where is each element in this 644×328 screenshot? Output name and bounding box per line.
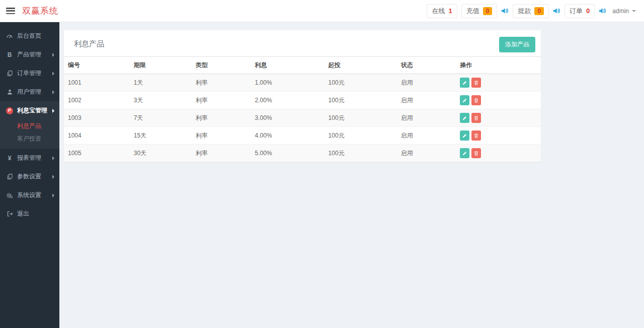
- col-header-min: 起投: [325, 57, 397, 74]
- orders-count: 0: [586, 7, 590, 15]
- delete-button[interactable]: [471, 78, 481, 88]
- delete-button[interactable]: [471, 95, 481, 105]
- table-row: 1001 1天 利率 1.00% 100元 启用: [64, 74, 541, 92]
- sidebar-item-label: 系统设置: [17, 191, 41, 200]
- admin-dropdown[interactable]: admin: [610, 6, 638, 17]
- col-header-interest: 利息: [251, 57, 325, 74]
- sidebar-item-users[interactable]: 用户管理: [0, 83, 59, 101]
- chevron-right-icon: [52, 109, 54, 113]
- recharge-label: 充值: [466, 7, 479, 16]
- withdraw-label: 提款: [518, 7, 531, 16]
- sidebar-item-dashboard[interactable]: 后台首页: [0, 27, 59, 45]
- chevron-right-icon: [52, 175, 54, 179]
- col-header-status: 状态: [397, 57, 456, 74]
- menu-toggle-icon[interactable]: [6, 8, 15, 14]
- sidebar-item-label: 利息宝管理: [17, 106, 47, 115]
- gears-icon: [6, 192, 14, 199]
- sidebar-item-label: 报表管理: [17, 154, 41, 162]
- sidebar-item-orders[interactable]: 订单管理: [0, 64, 59, 83]
- admin-username: admin: [612, 8, 629, 15]
- chevron-right-icon: [52, 193, 54, 198]
- withdraw-count-badge: 0: [534, 7, 544, 15]
- col-header-term: 期限: [130, 57, 192, 74]
- bitcoin-icon: B: [6, 51, 14, 58]
- recharge-count-badge: 0: [483, 7, 493, 15]
- sidebar-item-label: 退出: [17, 210, 29, 218]
- sidebar-item-params[interactable]: 参数设置: [0, 167, 59, 186]
- header-stats: 在线 1 充值 0 提款 0 订单 0 admin: [427, 4, 638, 18]
- main-content: 利息产品 添加产品 编号 期限 类型 利息 起投 状态 操作: [59, 22, 644, 328]
- sidebar-item-label: 用户管理: [17, 88, 41, 96]
- online-label: 在线: [432, 7, 445, 16]
- withdraw-speaker-icon[interactable]: [553, 7, 560, 15]
- top-header: 双赢系统 在线 1 充值 0 提款 0 订单 0 admin: [0, 0, 644, 22]
- col-header-type: 类型: [192, 57, 251, 74]
- app-logo[interactable]: 双赢系统: [22, 5, 58, 17]
- interest-icon: P: [6, 107, 14, 114]
- yen-icon: ¥: [6, 155, 14, 162]
- online-stat[interactable]: 在线 1: [427, 4, 457, 18]
- table-row: 1003 7天 利率 3.00% 100元 启用: [64, 109, 541, 127]
- page-title: 利息产品: [74, 39, 104, 48]
- chevron-right-icon: [52, 72, 54, 76]
- products-table: 编号 期限 类型 利息 起投 状态 操作 1001 1天 利率 1.00% 10…: [64, 56, 541, 162]
- sidebar-item-reports[interactable]: ¥ 报表管理: [0, 149, 59, 167]
- sidebar-item-products[interactable]: B 产品管理: [0, 45, 59, 64]
- edit-button[interactable]: [460, 113, 469, 123]
- sidebar-nav: 后台首页 B 产品管理 订单管理 用户管理 P 利息宝管理 利息产品: [0, 22, 59, 328]
- logout-icon: [6, 211, 14, 217]
- sidebar-subitem-customer-invest[interactable]: 客户投资: [0, 133, 59, 145]
- withdraw-stat[interactable]: 提款 0: [513, 4, 549, 18]
- table-row: 1002 3天 利率 2.00% 100元 启用: [64, 92, 541, 109]
- col-header-actions: 操作: [456, 57, 541, 74]
- chevron-down-icon: [632, 10, 636, 12]
- sidebar-item-label: 订单管理: [17, 69, 41, 78]
- orders-speaker-icon[interactable]: [599, 7, 606, 15]
- sidebar-item-system[interactable]: 系统设置: [0, 186, 59, 205]
- sidebar-item-label: 参数设置: [17, 172, 41, 181]
- table-header-row: 编号 期限 类型 利息 起投 状态 操作: [64, 57, 541, 74]
- chevron-right-icon: [52, 53, 54, 57]
- sidebar-item-logout[interactable]: 退出: [0, 205, 59, 223]
- add-product-button[interactable]: 添加产品: [499, 37, 535, 52]
- delete-button[interactable]: [471, 113, 481, 123]
- orders-stat[interactable]: 订单 0: [565, 4, 595, 18]
- delete-button[interactable]: [471, 148, 481, 158]
- recharge-speaker-icon[interactable]: [501, 7, 509, 15]
- card-header: 利息产品 添加产品: [64, 30, 541, 56]
- chevron-right-icon: [52, 156, 54, 160]
- col-header-id: 编号: [64, 57, 130, 74]
- delete-button[interactable]: [471, 130, 481, 141]
- dashboard-icon: [6, 33, 14, 40]
- users-icon: [6, 89, 14, 95]
- online-count: 1: [448, 7, 452, 15]
- edit-button[interactable]: [460, 95, 469, 105]
- sidebar-item-label: 后台首页: [17, 32, 41, 40]
- table-row: 1004 15天 利率 4.00% 100元 启用: [64, 127, 541, 145]
- edit-button[interactable]: [460, 130, 469, 141]
- params-icon: [6, 173, 14, 180]
- chevron-right-icon: [52, 90, 54, 94]
- orders-label: 订单: [570, 7, 583, 16]
- table-row: 1005 30天 利率 5.00% 100元 启用: [64, 145, 541, 162]
- edit-button[interactable]: [460, 148, 469, 158]
- sidebar-group-interest: P 利息宝管理 利息产品 客户投资: [0, 101, 59, 149]
- interest-products-card: 利息产品 添加产品 编号 期限 类型 利息 起投 状态 操作: [64, 30, 541, 162]
- sidebar-item-label: 产品管理: [17, 50, 41, 59]
- sidebar-item-interest-mgmt[interactable]: P 利息宝管理: [0, 101, 59, 120]
- edit-button[interactable]: [460, 78, 469, 88]
- orders-icon: [6, 70, 14, 77]
- sidebar-subitem-interest-products[interactable]: 利息产品: [0, 120, 59, 133]
- recharge-stat[interactable]: 充值 0: [461, 4, 498, 18]
